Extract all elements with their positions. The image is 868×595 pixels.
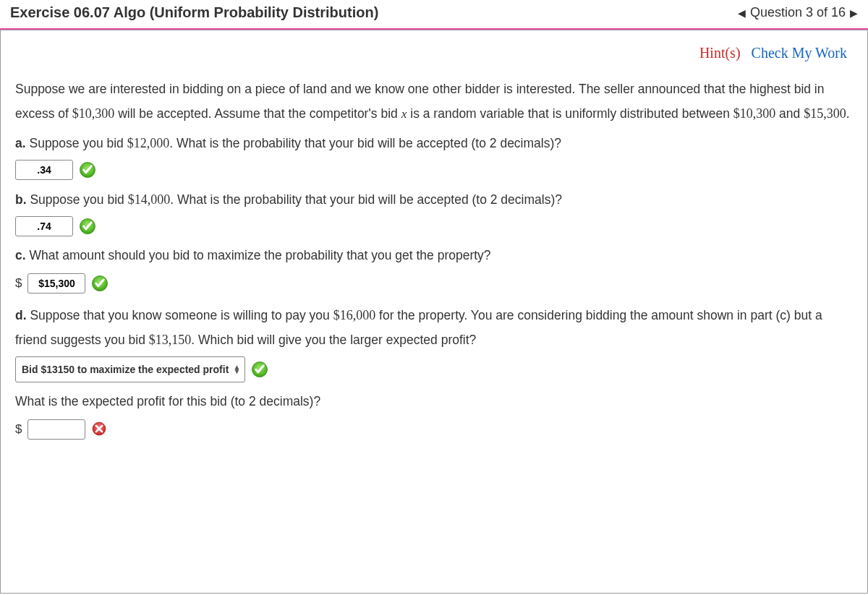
part-d-profit-input[interactable] [27,419,85,440]
part-c-text: c. What amount should you bid to maximiz… [15,244,853,267]
dollar-prefix: $ [15,418,22,441]
part-d-followup: What is the expected profit for this bid… [15,390,853,414]
correct-icon [79,161,96,179]
part-b-answer-row [15,216,853,236]
question-position: Question 3 of 16 [750,5,846,20]
next-question-arrow-icon[interactable]: ▶ [850,7,858,19]
part-d-answer-row: $ [15,418,853,441]
content-frame: Hint(s) Check My Work Suppose we are int… [0,30,868,594]
part-d-text: d. Suppose that you know someone is will… [15,303,853,353]
part-a-text: a. Suppose you bid $12,000. What is the … [15,131,853,155]
part-d-select-row: Bid $13150 to maximize the expected prof… [15,356,853,382]
part-a-answer-row [15,160,853,180]
header-bar: Exercise 06.07 Algo (Uniform Probability… [0,0,868,30]
select-caret-icon: ▲▼ [233,365,240,374]
part-c-answer-row: $ [15,272,853,295]
correct-icon [79,218,96,235]
check-my-work-link[interactable]: Check My Work [752,45,847,61]
dollar-prefix: $ [15,272,22,295]
action-row: Hint(s) Check My Work [1,30,867,72]
incorrect-icon [91,421,109,438]
part-b-input[interactable] [15,216,73,236]
part-a-input[interactable] [15,160,73,180]
part-b-text: b. Suppose you bid $14,000. What is the … [15,187,853,212]
correct-icon [91,275,109,292]
hints-link[interactable]: Hint(s) [699,45,741,61]
exercise-title: Exercise 06.07 Algo (Uniform Probability… [10,4,378,21]
question-nav: ◀ Question 3 of 16 ▶ [738,5,858,20]
prev-question-arrow-icon[interactable]: ◀ [738,7,746,19]
problem-body: Suppose we are interested in bidding on … [1,72,867,442]
part-c-input[interactable] [27,273,85,294]
part-d-select[interactable]: Bid $13150 to maximize the expected prof… [15,356,245,382]
intro-paragraph: Suppose we are interested in bidding on … [15,77,853,127]
correct-icon [251,361,268,378]
